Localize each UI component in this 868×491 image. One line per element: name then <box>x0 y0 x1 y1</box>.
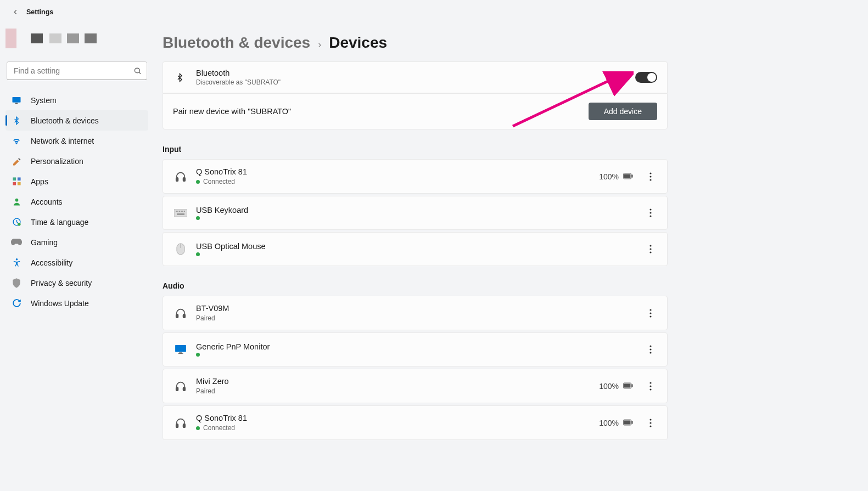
sidebar-item-label: Personalization <box>31 157 83 166</box>
more-options-button[interactable] <box>644 204 657 222</box>
bluetooth-toggle[interactable] <box>635 72 657 83</box>
device-row[interactable]: Q SonoTrix 81 Connected 100% <box>163 160 667 193</box>
sidebar-item-network-internet[interactable]: Network & internet <box>5 131 148 151</box>
device-status: Paired <box>196 387 599 395</box>
user-info-block[interactable] <box>5 21 149 56</box>
more-vertical-icon <box>649 309 652 318</box>
sidebar-item-bluetooth-devices[interactable]: Bluetooth & devices <box>5 110 148 131</box>
more-options-button[interactable] <box>644 414 657 432</box>
svg-rect-11 <box>176 177 178 180</box>
sidebar-item-privacy-security[interactable]: Privacy & security <box>5 273 148 293</box>
svg-rect-35 <box>176 314 178 317</box>
svg-point-16 <box>649 172 651 174</box>
svg-point-18 <box>649 179 651 180</box>
device-row[interactable]: Q SonoTrix 81 Connected 100% <box>163 406 667 439</box>
svg-rect-22 <box>179 211 180 212</box>
svg-rect-46 <box>176 387 178 390</box>
device-row[interactable]: BT-V09M Paired <box>163 296 667 330</box>
svg-point-51 <box>649 382 651 383</box>
chevron-right-icon: › <box>318 39 321 50</box>
svg-rect-2 <box>15 103 18 104</box>
sidebar-item-label: Bluetooth & devices <box>31 116 99 125</box>
battery-icon <box>623 419 633 427</box>
svg-point-59 <box>649 419 651 420</box>
accessibility-icon <box>11 257 22 268</box>
headphones-icon <box>173 169 188 184</box>
svg-rect-42 <box>178 353 183 354</box>
svg-rect-4 <box>17 177 20 180</box>
sidebar-item-label: Apps <box>31 177 48 186</box>
svg-rect-6 <box>17 182 20 185</box>
sidebar-item-label: Accessibility <box>31 258 72 267</box>
pair-device-label: Pair new device with "SUBRATO" <box>173 107 589 116</box>
more-vertical-icon <box>649 345 652 354</box>
sidebar-item-time-language[interactable]: Time & language <box>5 212 148 232</box>
svg-rect-26 <box>177 213 184 215</box>
more-options-button[interactable] <box>644 240 657 258</box>
svg-point-45 <box>649 352 651 353</box>
sidebar-item-windows-update[interactable]: Windows Update <box>5 293 148 313</box>
bluetooth-subtitle: Discoverable as "SUBRATO" <box>196 78 619 86</box>
svg-point-10 <box>15 258 18 261</box>
add-device-button[interactable]: Add device <box>589 103 657 120</box>
svg-rect-58 <box>631 421 632 424</box>
more-options-button[interactable] <box>644 304 657 322</box>
svg-point-37 <box>649 309 651 311</box>
sidebar-item-gaming[interactable]: Gaming <box>5 232 148 252</box>
device-status <box>196 252 644 256</box>
mouse-icon <box>173 241 188 257</box>
more-options-button[interactable] <box>644 341 657 358</box>
device-row[interactable]: Mivi Zero Paired 100% <box>163 369 667 403</box>
sidebar-item-accessibility[interactable]: Accessibility <box>5 252 148 273</box>
sidebar-item-system[interactable]: System <box>5 90 148 110</box>
device-name: Generic PnP Monitor <box>196 342 644 351</box>
battery-icon <box>623 382 633 391</box>
more-options-button[interactable] <box>644 168 657 185</box>
section-label-audio: Audio <box>163 281 668 290</box>
search-icon <box>133 67 142 75</box>
svg-rect-57 <box>624 420 631 424</box>
svg-point-39 <box>649 315 651 317</box>
battery-indicator: 100% <box>599 419 633 427</box>
breadcrumb-current: Devices <box>329 34 387 52</box>
person-icon <box>11 196 22 207</box>
sidebar-item-apps[interactable]: Apps <box>5 171 148 191</box>
bluetooth-icon <box>11 115 22 126</box>
device-row[interactable]: USB Keykoard <box>163 196 667 229</box>
device-status: Paired <box>196 314 644 322</box>
search-input[interactable] <box>7 61 147 80</box>
monitor-icon <box>11 95 22 106</box>
svg-point-29 <box>649 215 651 217</box>
svg-rect-25 <box>184 211 185 212</box>
device-row[interactable]: USB Optical Mouse <box>163 233 667 266</box>
device-name: USB Optical Mouse <box>196 242 644 251</box>
breadcrumb-parent[interactable]: Bluetooth & devices <box>163 34 310 52</box>
sidebar-item-personalization[interactable]: Personalization <box>5 151 148 171</box>
back-button[interactable] <box>7 3 24 21</box>
sidebar-item-accounts[interactable]: Accounts <box>5 191 148 212</box>
device-status: Connected <box>196 424 599 432</box>
more-options-button[interactable] <box>644 377 657 395</box>
brush-icon <box>11 156 22 167</box>
svg-rect-12 <box>183 177 186 180</box>
more-vertical-icon <box>649 382 652 391</box>
device-name: USB Keykoard <box>196 206 644 215</box>
battery-indicator: 100% <box>599 172 633 181</box>
svg-point-52 <box>649 385 651 387</box>
svg-rect-20 <box>176 211 177 212</box>
svg-point-34 <box>649 251 651 253</box>
sidebar-item-label: Windows Update <box>31 299 89 308</box>
app-title: Settings <box>26 8 53 16</box>
svg-rect-49 <box>624 383 631 387</box>
svg-point-32 <box>649 245 651 246</box>
breadcrumb: Bluetooth & devices › Devices <box>163 34 846 52</box>
section-label-input: Input <box>163 145 668 154</box>
device-row[interactable]: Generic PnP Monitor <box>163 333 667 366</box>
svg-rect-36 <box>183 314 186 317</box>
svg-point-44 <box>649 348 651 350</box>
svg-point-27 <box>649 208 651 210</box>
bluetooth-icon <box>173 73 186 82</box>
svg-point-43 <box>649 345 651 347</box>
sidebar-item-label: Accounts <box>31 197 63 206</box>
svg-point-0 <box>135 68 140 73</box>
